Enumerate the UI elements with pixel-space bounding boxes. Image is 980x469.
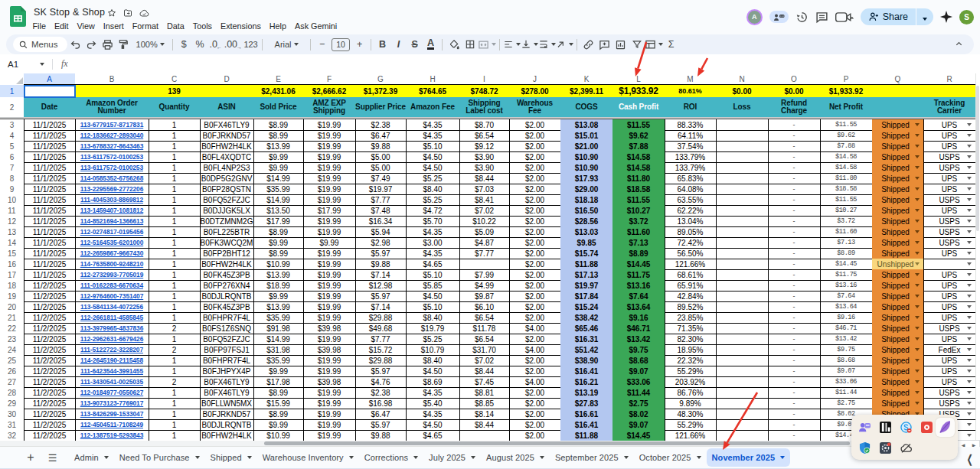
cell-K25[interactable]: $38.90	[560, 355, 613, 366]
cell-A24[interactable]: 11/2/2025	[24, 344, 76, 356]
row-header-12[interactable]: 12	[0, 216, 24, 227]
cell-K31[interactable]: $16.41	[560, 419, 613, 431]
cell-F15[interactable]: $19.99	[303, 248, 356, 259]
cell-B26[interactable]: 111-6423544-3991455	[75, 366, 149, 377]
cell-D13[interactable]: B0FL225BTR	[200, 226, 254, 238]
cell-B25[interactable]: 114-2645190-2115458	[75, 355, 149, 366]
cell-F27[interactable]: $39.98	[303, 376, 356, 388]
star-icon[interactable]	[107, 8, 116, 18]
cell-H23[interactable]: $5.25	[406, 334, 460, 345]
cell-P24[interactable]: $9.75	[820, 344, 873, 356]
menu-insert[interactable]: Insert	[99, 20, 128, 32]
cell-F23[interactable]: $19.99	[303, 334, 356, 345]
status-cell-Q20[interactable]: Shipped	[872, 301, 924, 313]
cell-I1[interactable]: $748.72	[459, 85, 510, 98]
cell-D19[interactable]: B0DJLRQNTB	[200, 291, 254, 302]
cell-L6[interactable]: $14.58	[612, 151, 665, 163]
carrier-cell-R13[interactable]: USPS	[923, 226, 976, 238]
cell-K21[interactable]: $38.42	[560, 312, 613, 324]
cell-O22[interactable]: -	[768, 323, 821, 334]
cell-N1[interactable]: $0.00	[716, 85, 769, 98]
cell-N32[interactable]	[716, 430, 769, 441]
cell-J23[interactable]: $2.00	[509, 334, 561, 345]
cell-M23[interactable]: 82.30%	[665, 334, 717, 345]
cell-J4[interactable]: $2.00	[509, 130, 561, 142]
menu-edit[interactable]: Edit	[50, 20, 73, 32]
status-cell-Q23[interactable]: Shipped	[872, 334, 924, 345]
cell-I11[interactable]: $7.02	[459, 205, 510, 217]
cell-J27[interactable]: $4.00	[509, 376, 561, 388]
cell-C4[interactable]: 1	[149, 130, 201, 142]
cell-N23[interactable]	[716, 334, 769, 345]
row-header-32[interactable]: 32	[0, 430, 24, 441]
cell-P17[interactable]: $11.75	[820, 269, 873, 281]
sheet-tab-july-2025[interactable]: July 2025	[423, 448, 481, 467]
order-link[interactable]: 113-6788327-8643463	[80, 142, 143, 150]
carrier-cell-R24[interactable]: FedEx	[923, 344, 976, 356]
cell-H22[interactable]: $19.79	[406, 323, 460, 334]
cell-E21[interactable]: $35.99	[253, 312, 304, 324]
carrier-dropdown-caret[interactable]	[967, 166, 972, 169]
carrier-cell-R26[interactable]: UPS	[923, 366, 976, 377]
cell-F9[interactable]: $19.99	[303, 184, 356, 195]
cell-H3[interactable]: $4.35	[406, 119, 460, 131]
cell-O11[interactable]: -	[768, 205, 821, 217]
cell-D6[interactable]: B0FL4XQDTC	[200, 151, 254, 163]
text-rotation-icon[interactable]	[556, 36, 573, 53]
cell-H20[interactable]: $5.10	[406, 301, 460, 313]
cell-N27[interactable]	[716, 376, 769, 388]
carrier-cell-R23[interactable]: UPS	[923, 334, 976, 345]
cell-C6[interactable]: 1	[149, 151, 201, 163]
cell-B27[interactable]: 111-3430541-0025035	[75, 376, 149, 388]
status-cell-Q7[interactable]: Shipped	[872, 162, 924, 174]
cell-D27[interactable]: B0FX46TLY9	[200, 376, 254, 388]
cell-O9[interactable]: -	[768, 184, 821, 195]
italic-icon[interactable]: I	[390, 36, 407, 53]
cell-N6[interactable]	[716, 151, 769, 163]
cell-N9[interactable]	[716, 184, 769, 195]
cell-C16[interactable]: 1	[149, 259, 201, 270]
order-link[interactable]: 111-3430541-0025035	[80, 378, 143, 386]
skype-blocked-icon[interactable]	[900, 422, 912, 433]
cell-D11[interactable]: B0DJJGK5LX	[200, 205, 254, 217]
cell-H19[interactable]: $4.50	[406, 291, 460, 302]
status-cell-Q24[interactable]: Shipped	[872, 344, 924, 356]
cell-G23[interactable]: $7.77	[355, 334, 407, 345]
status-cell-Q15[interactable]: Shipped	[872, 248, 924, 259]
cell-E6[interactable]: $9.99	[253, 151, 304, 163]
cell-M17[interactable]: 68.61%	[665, 269, 717, 281]
row-header-8[interactable]: 8	[0, 173, 24, 184]
cell-L31[interactable]: $9.07	[612, 419, 665, 431]
cell-E15[interactable]: $8.99	[253, 248, 304, 259]
cell-H10[interactable]: $5.25	[406, 194, 460, 206]
cell-B19[interactable]: 112-9764600-7351407	[75, 291, 149, 302]
bold-icon[interactable]: B	[374, 36, 390, 53]
cell-I27[interactable]: $7.45	[459, 376, 510, 388]
cell-O1[interactable]: $0.00	[768, 85, 821, 98]
cell-H7[interactable]: $4.50	[406, 162, 460, 174]
cell-I22[interactable]: $11.78	[459, 323, 510, 334]
cell-M16[interactable]: 121.66%	[665, 259, 717, 270]
cell-B3[interactable]: 113-6779157-8717831	[75, 119, 149, 131]
cell-P29[interactable]: $2.75	[820, 398, 873, 409]
cell-L18[interactable]: $13.16	[612, 280, 665, 291]
cell-I6[interactable]: $3.90	[459, 151, 510, 163]
cell-J11[interactable]: $2.00	[509, 205, 561, 217]
formula-input[interactable]	[68, 54, 980, 73]
more-formats-icon[interactable]: 123	[243, 36, 259, 53]
cell-F5[interactable]: $19.99	[303, 141, 356, 152]
cell-A9[interactable]: 11/1/2025	[24, 184, 76, 195]
cell-H6[interactable]: $4.50	[406, 151, 460, 163]
functions-icon[interactable]: Σ	[663, 36, 679, 53]
cell-L28[interactable]: $11.44	[612, 387, 665, 399]
status-dropdown-caret[interactable]	[915, 380, 920, 383]
cell-N20[interactable]	[716, 301, 769, 313]
status-cell-Q14[interactable]: Shipped	[872, 237, 924, 249]
carrier-cell-R21[interactable]: UPS	[923, 312, 976, 324]
cell-O6[interactable]: -	[768, 151, 821, 163]
cell-G17[interactable]: $7.14	[355, 269, 407, 281]
carrier-dropdown-caret[interactable]	[967, 337, 972, 340]
cell-L29[interactable]: $2.75	[612, 398, 665, 409]
cell-Q1[interactable]	[872, 85, 924, 98]
cell-O4[interactable]: -	[768, 130, 821, 142]
